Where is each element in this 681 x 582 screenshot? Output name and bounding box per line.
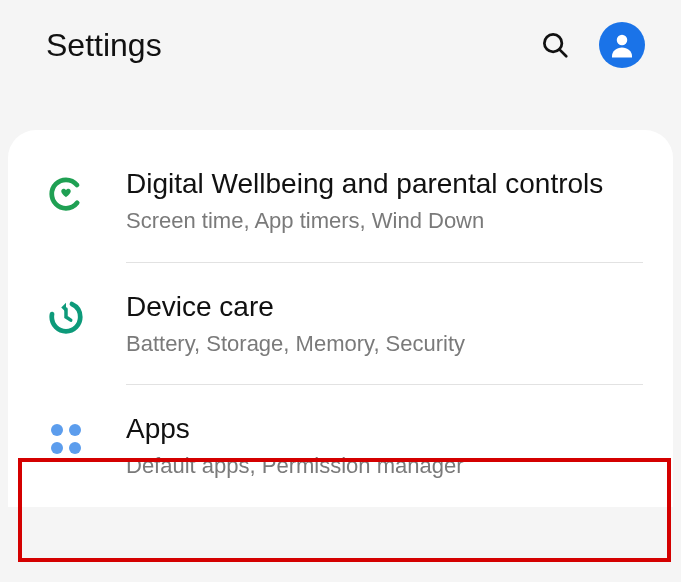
page-title: Settings xyxy=(46,27,535,64)
settings-item-subtitle: Battery, Storage, Memory, Security xyxy=(126,330,643,359)
search-icon xyxy=(540,30,570,60)
settings-item-apps[interactable]: Apps Default apps, Permission manager xyxy=(8,385,673,507)
settings-item-body: Device care Battery, Storage, Memory, Se… xyxy=(126,289,643,359)
settings-item-body: Digital Wellbeing and parental controls … xyxy=(126,166,643,236)
svg-point-2 xyxy=(617,35,628,46)
svg-line-1 xyxy=(559,49,566,56)
header-actions xyxy=(535,22,645,68)
person-icon xyxy=(607,30,637,60)
settings-item-device-care[interactable]: Device care Battery, Storage, Memory, Se… xyxy=(8,263,673,385)
settings-item-title: Apps xyxy=(126,411,643,446)
account-avatar-button[interactable] xyxy=(599,22,645,68)
settings-list-card: Digital Wellbeing and parental controls … xyxy=(8,130,673,507)
apps-icon xyxy=(44,417,88,461)
settings-item-title: Device care xyxy=(126,289,643,324)
svg-marker-5 xyxy=(61,302,66,312)
settings-item-title: Digital Wellbeing and parental controls xyxy=(126,166,643,201)
device-care-icon xyxy=(44,295,88,339)
settings-item-subtitle: Screen time, App timers, Wind Down xyxy=(126,207,643,236)
search-button[interactable] xyxy=(535,25,575,65)
settings-item-subtitle: Default apps, Permission manager xyxy=(126,452,643,481)
settings-item-body: Apps Default apps, Permission manager xyxy=(126,411,643,481)
settings-item-digital-wellbeing[interactable]: Digital Wellbeing and parental controls … xyxy=(8,140,673,262)
settings-header: Settings xyxy=(0,0,681,90)
wellbeing-icon xyxy=(44,172,88,216)
